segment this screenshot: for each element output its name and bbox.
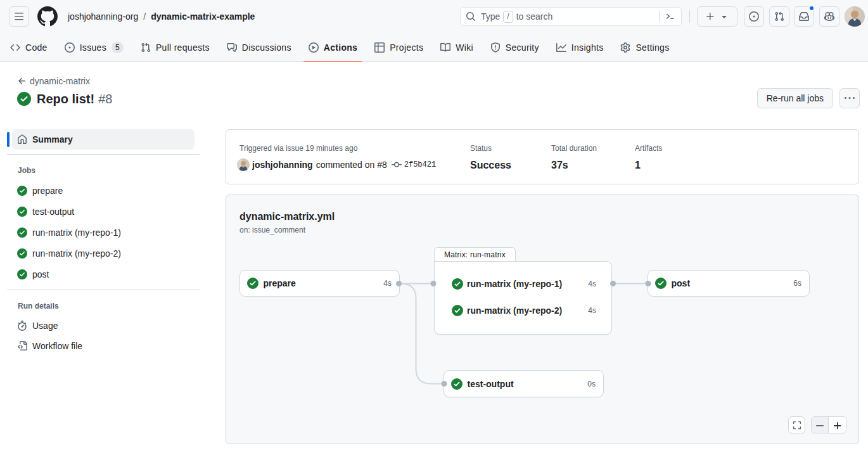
issues-counter: 5 bbox=[112, 42, 124, 53]
git-commit-icon bbox=[392, 160, 402, 170]
graph-icon bbox=[556, 42, 566, 53]
tab-label: Issues bbox=[80, 42, 106, 53]
hamburger-menu-button[interactable] bbox=[9, 6, 29, 27]
stat-label: Artifacts bbox=[635, 143, 662, 153]
node-duration: 4s bbox=[383, 279, 392, 288]
nav-tab-issues[interactable]: Issues5 bbox=[60, 33, 129, 62]
nav-tab-pull-requests[interactable]: Pull requests bbox=[136, 33, 215, 62]
nav-tab-wiki[interactable]: Wiki bbox=[435, 33, 478, 62]
search-input[interactable]: Type/to search bbox=[460, 7, 682, 26]
graph-node-test-output[interactable]: test-output 0s bbox=[444, 370, 604, 397]
breadcrumb-org[interactable]: joshjohanning-org bbox=[68, 11, 138, 22]
sidebar-item-summary[interactable]: Summary bbox=[12, 129, 195, 150]
kebab-horizontal-icon bbox=[845, 93, 855, 103]
breadcrumb-repo[interactable]: dynamic-matrix-example bbox=[151, 11, 255, 22]
run-options-button[interactable] bbox=[839, 88, 860, 108]
tab-label: Wiki bbox=[456, 42, 473, 53]
plus-small-icon bbox=[833, 421, 843, 431]
sidebar-job-prepare[interactable]: prepare bbox=[12, 180, 195, 201]
tab-label: Actions bbox=[324, 42, 357, 53]
sidebar-job-test-output[interactable]: test-output bbox=[12, 201, 195, 222]
check-circle-icon bbox=[452, 305, 463, 316]
copilot-button[interactable] bbox=[819, 6, 839, 27]
create-new-button[interactable] bbox=[697, 6, 737, 27]
sidebar-job-run-matrix-my-repo-2[interactable]: run-matrix (my-repo-2) bbox=[12, 243, 195, 264]
graph-node-run-matrix-2[interactable]: run-matrix (my-repo-2) 4s bbox=[435, 297, 611, 324]
node-label: run-matrix (my-repo-1) bbox=[467, 279, 562, 289]
check-circle-icon bbox=[17, 186, 27, 196]
fullscreen-button[interactable] bbox=[788, 416, 805, 433]
node-label: test-output bbox=[468, 379, 514, 389]
zoom-out-button[interactable] bbox=[812, 417, 829, 433]
graph-node-run-matrix-1[interactable]: run-matrix (my-repo-1) 4s bbox=[435, 271, 611, 297]
tab-label: Insights bbox=[571, 42, 604, 53]
actor-line: joshjohanning commented on #8 2f5b421 bbox=[237, 158, 436, 171]
sidebar-item-usage[interactable]: Usage bbox=[12, 316, 195, 336]
nav-tab-insights[interactable]: Insights bbox=[551, 33, 609, 62]
sidebar-job-run-matrix-my-repo-1[interactable]: run-matrix (my-repo-1) bbox=[12, 222, 195, 243]
sidebar-item-workflow-file[interactable]: Workflow file bbox=[12, 336, 195, 356]
rerun-all-jobs-button[interactable]: Re-run all jobs bbox=[757, 88, 833, 108]
back-to-workflow-link[interactable]: dynamic-matrix bbox=[17, 75, 90, 86]
nav-tab-settings[interactable]: Settings bbox=[615, 33, 674, 62]
actor-avatar[interactable] bbox=[237, 158, 250, 171]
job-label: run-matrix (my-repo-2) bbox=[32, 248, 121, 259]
run-title: Repo list! bbox=[37, 92, 94, 106]
actor-name[interactable]: joshjohanning bbox=[252, 160, 313, 170]
git-pull-request-icon bbox=[141, 42, 151, 53]
matrix-label: Matrix: run-matrix bbox=[444, 250, 506, 259]
matrix-group-tab: Matrix: run-matrix bbox=[434, 247, 516, 262]
app-header: joshjohanning-org / dynamic-matrix-examp… bbox=[0, 0, 868, 62]
file-code-icon bbox=[17, 341, 27, 351]
tab-label: Discussions bbox=[242, 42, 291, 53]
stat-value: 1 bbox=[635, 159, 662, 172]
matrix-group-box: run-matrix (my-repo-1) 4s run-matrix (my… bbox=[434, 261, 612, 335]
zoom-in-button[interactable] bbox=[829, 417, 846, 433]
play-icon bbox=[309, 42, 319, 53]
check-circle-icon bbox=[452, 278, 463, 290]
graph-node-prepare[interactable]: prepare 4s bbox=[239, 270, 400, 297]
search-right bbox=[659, 11, 681, 22]
nav-tab-security[interactable]: Security bbox=[485, 33, 544, 62]
stat-value: 37s bbox=[551, 159, 597, 172]
node-duration: 4s bbox=[588, 306, 596, 315]
sidebar-divider bbox=[7, 154, 200, 155]
usage-label: Usage bbox=[32, 321, 58, 331]
node-duration: 6s bbox=[793, 279, 801, 288]
book-icon bbox=[440, 42, 450, 53]
run-details-section-header: Run details bbox=[7, 295, 200, 316]
nav-tab-discussions[interactable]: Discussions bbox=[222, 33, 297, 62]
stat-label: Status bbox=[470, 143, 511, 153]
table-icon bbox=[374, 42, 385, 53]
nav-tab-actions[interactable]: Actions bbox=[303, 33, 362, 62]
check-circle-icon bbox=[17, 207, 27, 217]
user-avatar[interactable] bbox=[845, 6, 865, 27]
stopwatch-icon bbox=[17, 321, 27, 331]
copilot-icon bbox=[824, 11, 834, 22]
commit-ref[interactable]: 2f5b421 bbox=[392, 160, 436, 170]
git-pull-request-icon bbox=[774, 11, 784, 22]
graph-node-post[interactable]: post 6s bbox=[648, 270, 810, 297]
slash-key-hint: / bbox=[503, 11, 513, 23]
nav-tab-code[interactable]: Code bbox=[5, 33, 53, 62]
check-circle-icon bbox=[655, 278, 667, 289]
node-label: post bbox=[672, 278, 691, 288]
nav-tab-projects[interactable]: Projects bbox=[369, 33, 428, 62]
search-divider bbox=[659, 11, 660, 22]
event-text: commented on #8 bbox=[316, 160, 387, 170]
stat-value: Success bbox=[470, 159, 511, 172]
global-issues-button[interactable] bbox=[744, 6, 764, 27]
copilot-chat-icon[interactable] bbox=[665, 11, 675, 22]
shield-icon bbox=[490, 42, 501, 53]
workflow-trigger: on: issue_comment bbox=[239, 225, 305, 235]
run-actions: Re-run all jobs bbox=[757, 88, 860, 108]
three-bars-icon bbox=[14, 11, 24, 22]
github-logo[interactable] bbox=[37, 6, 58, 27]
global-pull-requests-button[interactable] bbox=[769, 6, 789, 27]
code-icon bbox=[10, 42, 20, 53]
tab-label: Pull requests bbox=[156, 42, 210, 53]
sidebar-job-post[interactable]: post bbox=[12, 264, 195, 285]
job-label: prepare bbox=[32, 186, 63, 196]
plus-icon bbox=[705, 11, 715, 22]
main-content: Triggered via issue 19 minutes ago joshj… bbox=[226, 129, 859, 444]
